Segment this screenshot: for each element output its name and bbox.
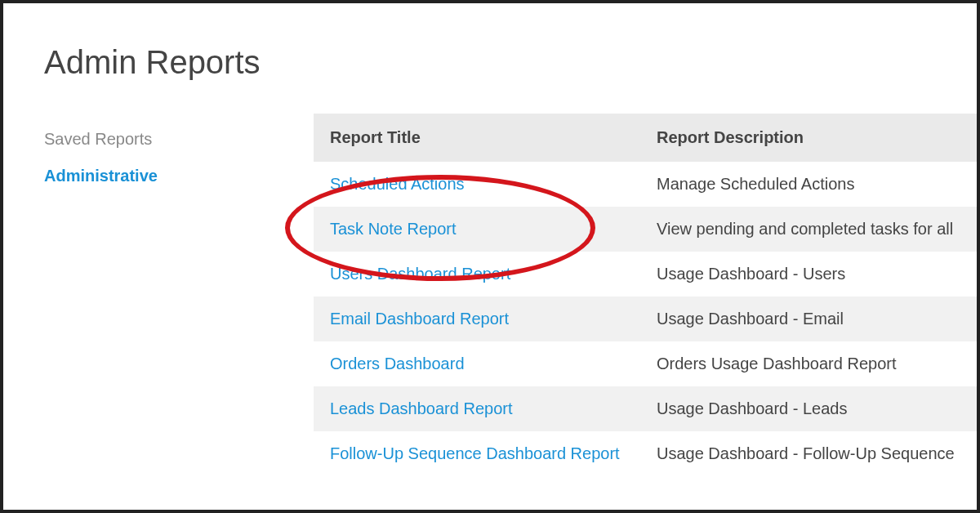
sidebar-item-administrative[interactable]: Administrative xyxy=(44,167,314,185)
table-row: Orders Dashboard Orders Usage Dashboard … xyxy=(314,341,977,386)
report-link-scheduled-actions[interactable]: Scheduled Actions xyxy=(330,175,465,193)
report-description: Orders Usage Dashboard Report xyxy=(640,341,977,386)
table-row: Follow-Up Sequence Dashboard Report Usag… xyxy=(314,431,977,476)
report-link-followup-sequence-dashboard-report[interactable]: Follow-Up Sequence Dashboard Report xyxy=(330,444,620,462)
sidebar-item-saved-reports[interactable]: Saved Reports xyxy=(44,130,314,149)
report-description: Manage Scheduled Actions xyxy=(640,162,977,207)
report-link-email-dashboard-report[interactable]: Email Dashboard Report xyxy=(330,310,509,328)
report-description: Usage Dashboard - Users xyxy=(640,252,977,297)
report-description: Usage Dashboard - Email xyxy=(640,297,977,341)
column-header-title: Report Title xyxy=(314,114,640,162)
column-header-description: Report Description xyxy=(640,114,977,162)
table-row: Leads Dashboard Report Usage Dashboard -… xyxy=(314,386,977,431)
report-description: Usage Dashboard - Leads xyxy=(640,386,977,431)
table-row: Scheduled Actions Manage Scheduled Actio… xyxy=(314,162,977,207)
report-link-orders-dashboard[interactable]: Orders Dashboard xyxy=(330,355,465,372)
table-row: Users Dashboard Report Usage Dashboard -… xyxy=(314,252,977,297)
report-link-task-note-report[interactable]: Task Note Report xyxy=(330,220,457,238)
table-row: Email Dashboard Report Usage Dashboard -… xyxy=(314,297,977,341)
sidebar: Saved Reports Administrative xyxy=(44,114,314,203)
report-description: View pending and completed tasks for all xyxy=(640,207,977,252)
page-title: Admin Reports xyxy=(44,44,977,81)
report-link-leads-dashboard-report[interactable]: Leads Dashboard Report xyxy=(330,399,512,417)
reports-table: Report Title Report Description Schedule… xyxy=(314,114,977,476)
main-content: Report Title Report Description Schedule… xyxy=(314,114,977,476)
report-link-users-dashboard-report[interactable]: Users Dashboard Report xyxy=(330,265,510,283)
table-row: Task Note Report View pending and comple… xyxy=(314,207,977,252)
report-description: Usage Dashboard - Follow-Up Sequence xyxy=(640,431,977,476)
